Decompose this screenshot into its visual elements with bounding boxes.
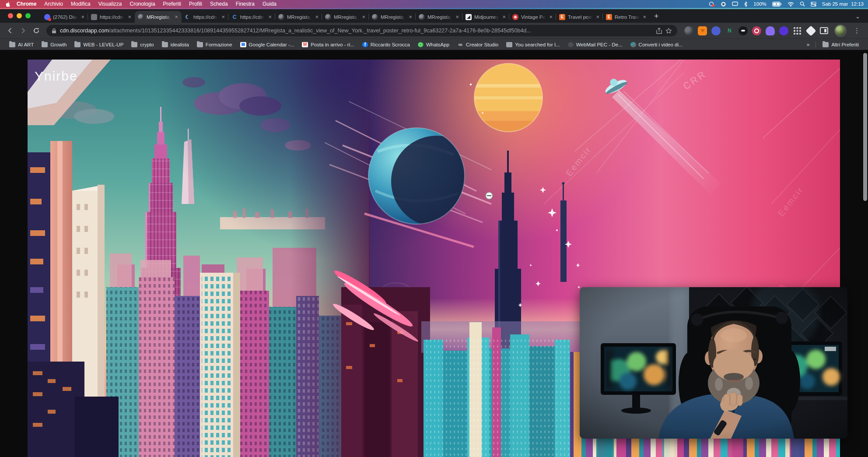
bookmark-item-11[interactable]: You searched for I... bbox=[502, 41, 564, 49]
ghost-purple-extension-icon[interactable] bbox=[766, 26, 775, 35]
browser-tab-7[interactable]: MRregista_× bbox=[369, 11, 416, 23]
bookmark-star-icon[interactable] bbox=[665, 28, 672, 34]
browser-tab-12[interactable]: ERetro Trave× bbox=[603, 11, 650, 23]
browser-tab-3[interactable]: ☾https://cdn× bbox=[182, 11, 228, 23]
spotlight-icon[interactable] bbox=[800, 1, 805, 7]
menubar-date[interactable]: Sab 25 mar bbox=[822, 1, 848, 7]
zoom-window-button[interactable] bbox=[25, 13, 31, 18]
bookmark-item-4[interactable]: idealista bbox=[158, 41, 193, 49]
menubar-item-preferiti[interactable]: Preferiti bbox=[159, 0, 185, 8]
menubar-item-guida[interactable]: Guida bbox=[259, 0, 280, 8]
bookmark-item-2[interactable]: WEB - LEVEL-UP bbox=[70, 41, 127, 49]
bookmark-item-9[interactable]: WhatsApp bbox=[414, 41, 453, 49]
bookmark-item-12[interactable]: WebMail PEC - De... bbox=[564, 41, 626, 49]
dot-indigo-extension-icon[interactable] bbox=[779, 26, 788, 35]
tab-close-icon[interactable]: × bbox=[315, 14, 319, 20]
tab-label: MRregista_ bbox=[334, 14, 359, 20]
minimize-window-button[interactable] bbox=[17, 13, 22, 18]
browser-tab-0[interactable]: (2762) Disc× bbox=[41, 11, 88, 23]
bookmark-item-7[interactable]: MPosta in arrivo - ri... bbox=[298, 41, 358, 49]
tab-close-icon[interactable]: × bbox=[221, 14, 225, 20]
bookmark-item-1[interactable]: Growth bbox=[38, 41, 70, 49]
tab-close-icon[interactable]: × bbox=[174, 14, 178, 20]
address-bar[interactable]: cdn.discordapp.com/attachments/101351233… bbox=[46, 25, 677, 36]
side-panel-extension-icon[interactable] bbox=[820, 27, 828, 34]
browser-tab-11[interactable]: ETravel post× bbox=[556, 11, 603, 23]
display-icon[interactable] bbox=[732, 1, 738, 7]
tab-close-icon[interactable]: × bbox=[408, 14, 413, 20]
menubar-item-cronologia[interactable]: Cronologia bbox=[126, 0, 159, 8]
share-icon[interactable] bbox=[656, 28, 662, 34]
bookmark-item-8[interactable]: fRiccardo Scrocca bbox=[358, 41, 414, 49]
menubar-item-profili[interactable]: Profili bbox=[185, 0, 206, 8]
browser-tab-4[interactable]: Chttps://cdn× bbox=[228, 11, 275, 23]
wave-blue-extension-icon[interactable] bbox=[711, 26, 721, 35]
browser-tab-8[interactable]: MRregista_× bbox=[416, 11, 462, 23]
menubar-time[interactable]: 12:13 bbox=[851, 1, 864, 7]
close-window-button[interactable] bbox=[8, 13, 13, 18]
n-green-extension-icon[interactable]: N bbox=[725, 26, 734, 35]
apps-grid-extension-icon[interactable] bbox=[793, 26, 802, 35]
browser-tab-5[interactable]: MRregista_× bbox=[275, 11, 322, 23]
screen: ChromeArchivioModificaVisualizzaCronolog… bbox=[0, 0, 868, 457]
chrome-menu-button[interactable]: ⋮ bbox=[850, 27, 864, 35]
profile-avatar[interactable] bbox=[834, 25, 847, 37]
forward-button[interactable] bbox=[18, 25, 29, 36]
menubar-item-finestra[interactable]: Finestra bbox=[232, 0, 259, 8]
tab-strip: (2762) Disc×https://cdn×MRregista_×☾http… bbox=[0, 9, 868, 23]
apple-logo-icon[interactable] bbox=[5, 1, 11, 7]
tab-close-icon[interactable]: × bbox=[549, 14, 553, 20]
reload-button[interactable] bbox=[31, 25, 42, 36]
tab-close-icon[interactable]: × bbox=[595, 14, 600, 20]
bookmark-item-10[interactable]: ∞Creator Studio bbox=[453, 41, 502, 49]
browser-tab-1[interactable]: https://cdn× bbox=[88, 11, 135, 23]
control-center-icon[interactable] bbox=[811, 2, 816, 7]
tab-close-icon[interactable]: × bbox=[455, 14, 459, 20]
menubar-item-visualizza[interactable]: Visualizza bbox=[94, 0, 126, 8]
tab-close-icon[interactable]: × bbox=[127, 14, 132, 20]
globe-dark-extension-icon[interactable] bbox=[684, 26, 693, 35]
bookmark-label: Google Calendar -... bbox=[249, 42, 294, 47]
browser-tab-10[interactable]: Vintage Po× bbox=[509, 11, 556, 23]
fb-bookmark-icon: f bbox=[362, 42, 368, 47]
shape-white-extension-icon[interactable] bbox=[805, 25, 816, 36]
bookmark-item-3[interactable]: crypto bbox=[127, 41, 158, 49]
browser-tab-6[interactable]: MRregista_× bbox=[322, 11, 369, 23]
tab-close-icon[interactable]: × bbox=[268, 14, 272, 20]
bookmark-item-5[interactable]: Formazione bbox=[193, 41, 236, 49]
menubar-item-archivio[interactable]: Archivio bbox=[40, 0, 67, 8]
new-tab-button[interactable]: + bbox=[650, 12, 663, 23]
bookmarks-overflow-chevron[interactable]: » bbox=[803, 42, 813, 48]
window-controls bbox=[3, 13, 35, 23]
tab-close-icon[interactable]: × bbox=[502, 14, 506, 20]
vertical-scrollbar-thumb[interactable] bbox=[863, 53, 867, 201]
bookmark-item-0[interactable]: AI ART bbox=[5, 41, 38, 49]
key-red-extension-icon[interactable] bbox=[752, 26, 761, 35]
menubar-item-chrome[interactable]: Chrome bbox=[13, 0, 40, 8]
tab-search-chevron[interactable]: ⌄ bbox=[855, 13, 864, 23]
wifi-icon[interactable] bbox=[788, 2, 794, 7]
tab-close-icon[interactable]: × bbox=[642, 14, 647, 20]
tab-close-icon[interactable]: × bbox=[361, 14, 366, 20]
tab-close-icon[interactable]: × bbox=[80, 14, 85, 20]
other-bookmarks-button[interactable]: Altri Preferiti bbox=[819, 41, 863, 49]
menubar-item-modifica[interactable]: Modifica bbox=[67, 0, 94, 8]
lock-icon[interactable] bbox=[52, 28, 56, 34]
browser-tab-9[interactable]: Midjourney× bbox=[462, 11, 509, 23]
camera-dot-icon[interactable] bbox=[721, 1, 726, 7]
menubar-item-scheda[interactable]: Scheda bbox=[206, 0, 232, 8]
back-button[interactable] bbox=[4, 25, 16, 36]
metamask-extension-icon[interactable] bbox=[698, 26, 707, 35]
screen-record-icon[interactable] bbox=[709, 1, 715, 7]
bookmark-item-6[interactable]: Google Calendar -... bbox=[236, 41, 298, 49]
browser-tab-2[interactable]: MRregista_× bbox=[135, 11, 182, 23]
doc-favicon-icon bbox=[466, 14, 472, 20]
round-dark-extension-icon[interactable] bbox=[738, 26, 748, 35]
dark-bookmark-icon bbox=[568, 42, 574, 47]
etsy-favicon-icon: E bbox=[559, 14, 565, 20]
bluetooth-icon[interactable] bbox=[744, 1, 748, 7]
reddot-favicon-icon bbox=[512, 14, 518, 20]
other-bookmarks-label: Altri Preferiti bbox=[831, 42, 859, 47]
bookmark-item-13[interactable]: Converti i video di... bbox=[626, 41, 687, 49]
battery-icon[interactable] bbox=[772, 2, 782, 7]
